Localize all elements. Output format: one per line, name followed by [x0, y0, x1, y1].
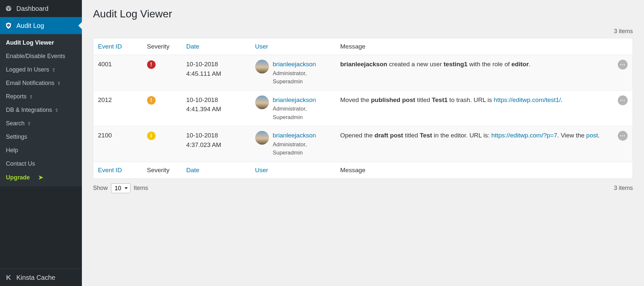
addon-icon: ⇪ — [52, 67, 56, 72]
cell-user: brianleejackson Administrator, Superadmi… — [251, 55, 336, 91]
sidebar-sub-email-notifications[interactable]: Email Notifications ⇪ — [0, 76, 82, 90]
col-message-footer: Message — [336, 162, 613, 178]
cell-actions: ⋯ — [613, 91, 633, 126]
main-content: Audit Log Viewer 3 items Event ID Severi… — [82, 0, 644, 286]
sidebar-item-dashboard[interactable]: Dashboard — [0, 0, 82, 17]
cell-date: 10-10-20184:37.023 AM — [182, 126, 251, 162]
cell-actions: ⋯ — [613, 126, 633, 162]
sidebar-sub-audit-log-viewer[interactable]: Audit Log Viewer — [0, 36, 82, 50]
sidebar-item-label: Audit Log — [16, 22, 44, 30]
items-label: Items — [134, 185, 148, 192]
sidebar-sub-help[interactable]: Help — [0, 144, 82, 157]
footer-controls: Show 10 Items 3 items — [93, 183, 633, 193]
sidebar-sub-logged-in-users[interactable]: Logged In Users ⇪ — [0, 63, 82, 76]
arrow-right-icon: ➤ — [38, 174, 43, 181]
cell-message: brianleejackson created a new user testi… — [336, 55, 613, 91]
row-actions-button[interactable]: ⋯ — [618, 60, 628, 70]
admin-sidebar: Dashboard Audit Log Audit Log Viewer Ena… — [0, 0, 82, 286]
col-severity-footer: Severity — [142, 162, 182, 178]
sidebar-item-label: Kinsta Cache — [16, 274, 55, 281]
cell-user: brianleejackson Administrator, Superadmi… — [251, 91, 336, 126]
per-page-select[interactable]: 10 — [111, 183, 130, 193]
table-row: 2012 ! 10-10-20184:41.394 AM brianleejac… — [93, 91, 633, 126]
avatar — [255, 60, 269, 73]
user-link[interactable]: brianleejackson — [273, 131, 331, 140]
table-row: 4001 ! 10-10-20184:45.111 AM brianleejac… — [93, 55, 633, 91]
cell-message: Moved the published post titled Test1 to… — [336, 91, 613, 126]
cell-date: 10-10-20184:41.394 AM — [182, 91, 251, 126]
user-roles: Administrator, Superadmin — [273, 140, 331, 157]
cell-actions: ⋯ — [613, 55, 633, 91]
sidebar-sub-enable-disable-events[interactable]: Enable/Disable Events — [0, 50, 82, 63]
sidebar-sub-contact-us[interactable]: Contact Us — [0, 157, 82, 171]
sidebar-item-audit-log[interactable]: Audit Log — [0, 17, 82, 34]
col-date-footer[interactable]: Date — [182, 162, 251, 178]
addon-icon: ⇪ — [29, 94, 33, 99]
row-actions-button[interactable]: ⋯ — [618, 95, 628, 105]
sidebar-submenu: Audit Log Viewer Enable/Disable Events L… — [0, 34, 82, 186]
user-roles: Administrator, Superadmin — [273, 69, 331, 86]
show-label: Show — [93, 185, 108, 192]
col-event-id-footer[interactable]: Event ID — [93, 162, 142, 178]
cell-user: brianleejackson Administrator, Superadmi… — [251, 126, 336, 162]
col-event-id[interactable]: Event ID — [93, 38, 142, 55]
col-severity: Severity — [142, 38, 182, 55]
row-actions-button[interactable]: ⋯ — [618, 131, 628, 141]
sidebar-sub-db-integrations[interactable]: DB & Integrations ⇪ — [0, 103, 82, 117]
shield-eye-icon — [5, 22, 12, 30]
page-title: Audit Log Viewer — [93, 8, 633, 20]
user-link[interactable]: brianleejackson — [273, 60, 331, 69]
table-row: 2100 i 10-10-20184:37.023 AM brianleejac… — [93, 126, 633, 162]
user-roles: Administrator, Superadmin — [273, 105, 331, 121]
avatar — [255, 95, 269, 109]
items-count-top: 3 items — [93, 28, 633, 35]
user-link[interactable]: brianleejackson — [273, 95, 331, 105]
sidebar-item-kinsta-cache[interactable]: K Kinsta Cache — [0, 269, 82, 286]
sidebar-sub-search[interactable]: Search ⇪ — [0, 117, 82, 130]
sidebar-sub-upgrade[interactable]: Upgrade ➤ — [0, 171, 82, 184]
col-date[interactable]: Date — [182, 38, 251, 55]
svg-point-1 — [8, 25, 9, 26]
cell-severity: ! — [142, 55, 182, 91]
addon-icon: ⇪ — [57, 81, 61, 86]
kinsta-logo-icon: K — [5, 274, 12, 281]
sidebar-sub-reports[interactable]: Reports ⇪ — [0, 90, 82, 103]
cell-event-id: 2100 — [93, 126, 142, 162]
gauge-icon — [5, 5, 12, 12]
cell-date: 10-10-20184:45.111 AM — [182, 55, 251, 91]
cell-severity: ! — [142, 91, 182, 126]
items-count-bottom: 3 items — [614, 185, 633, 192]
cell-message: Opened the draft post titled Test in the… — [336, 126, 613, 162]
sidebar-sub-settings[interactable]: Settings — [0, 130, 82, 144]
cell-event-id: 2012 — [93, 91, 142, 126]
addon-icon: ⇪ — [27, 121, 31, 126]
col-user[interactable]: User — [251, 38, 336, 55]
col-user-footer[interactable]: User — [251, 162, 336, 178]
cell-severity: i — [142, 126, 182, 162]
cell-event-id: 4001 — [93, 55, 142, 91]
audit-log-table: Event ID Severity Date User Message 4001… — [93, 38, 633, 179]
sidebar-item-label: Dashboard — [16, 5, 48, 12]
severity-info-icon: i — [147, 132, 156, 140]
avatar — [255, 131, 269, 145]
col-message: Message — [336, 38, 613, 55]
severity-critical-icon: ! — [147, 60, 156, 69]
addon-icon: ⇪ — [55, 108, 59, 113]
severity-warning-icon: ! — [147, 96, 156, 105]
